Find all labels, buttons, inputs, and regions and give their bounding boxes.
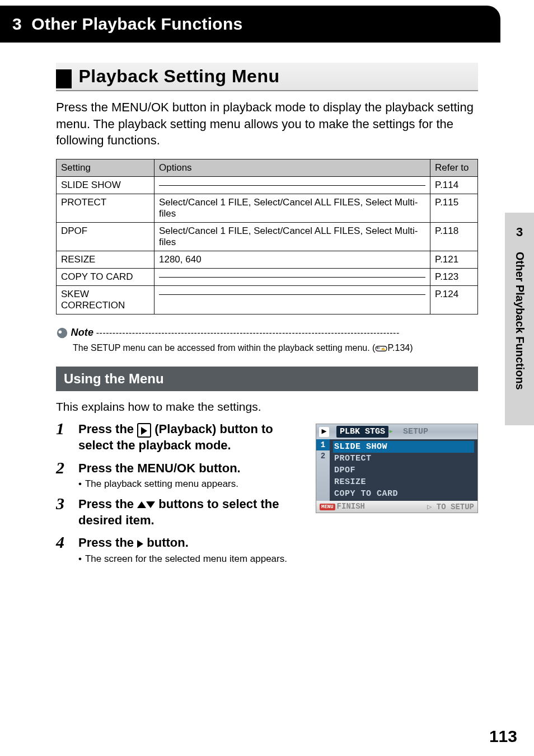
step-number: 4 bbox=[56, 533, 64, 552]
empty-line-icon bbox=[159, 294, 425, 295]
table-row: PROTECT Select/Cancel 1 FILE, Select/Can… bbox=[57, 194, 478, 223]
step-title: Press the button. bbox=[78, 535, 478, 551]
section-title: Playback Setting Menu bbox=[78, 66, 279, 87]
side-tab-text: Other Playback Functions bbox=[513, 252, 526, 390]
note-block: Note -----------------------------------… bbox=[56, 327, 478, 353]
step-title: Press the MENU/OK button. bbox=[78, 461, 478, 477]
th-setting: Setting bbox=[57, 159, 154, 177]
step-number: 1 bbox=[56, 419, 64, 438]
svg-point-0 bbox=[57, 328, 67, 338]
chapter-title: 3 Other Playback Functions bbox=[12, 15, 488, 34]
side-tab: 3 Other Playback Functions bbox=[505, 213, 534, 425]
section-intro: Press the MENU/OK button in playback mod… bbox=[56, 99, 478, 149]
subsection-title: Using the Menu bbox=[56, 367, 478, 391]
empty-line-icon bbox=[159, 277, 425, 278]
table-row: SKEW CORRECTION P.124 bbox=[57, 286, 478, 314]
step-number: 3 bbox=[56, 494, 64, 513]
svg-point-1 bbox=[59, 330, 62, 334]
svg-text:✍: ✍ bbox=[381, 346, 386, 351]
note-text: The SETUP menu can be accessed from with… bbox=[73, 343, 478, 353]
note-bullet-icon bbox=[56, 327, 68, 341]
table-row: DPOF Select/Cancel 1 FILE, Select/Cancel… bbox=[57, 223, 478, 251]
step-title: Press the (Playback) button to select th… bbox=[78, 421, 478, 453]
step-title: Press the buttons to select the desired … bbox=[78, 496, 478, 528]
subsection-intro: This explains how to make the settings. bbox=[56, 399, 478, 415]
step-sub: •The playback setting menu appears. bbox=[78, 478, 478, 490]
section-marker-icon bbox=[56, 69, 72, 88]
table-row: RESIZE 1280, 640 P.121 bbox=[57, 251, 478, 269]
side-tab-number: 3 bbox=[505, 213, 534, 240]
right-arrow-icon bbox=[137, 540, 143, 548]
step-item: 3 Press the buttons to select the desire… bbox=[56, 496, 478, 528]
table-row: COPY TO CARD P.123 bbox=[57, 269, 478, 286]
step-item: 4 Press the button. •The screen for the … bbox=[56, 535, 478, 565]
chapter-banner: 3 Other Playback Functions bbox=[0, 6, 500, 43]
playback-icon bbox=[137, 423, 151, 438]
th-options: Options bbox=[154, 159, 430, 177]
page-ref-icon: ✍ bbox=[375, 343, 387, 353]
step-item: 1 Press the (Playback) button to select … bbox=[56, 421, 478, 453]
table-row: SLIDE SHOW P.114 bbox=[57, 177, 478, 194]
section-heading-row: Playback Setting Menu bbox=[56, 63, 478, 91]
th-refer: Refer to bbox=[430, 159, 478, 177]
page-number: 113 bbox=[489, 727, 517, 746]
step-sub: •The screen for the selected menu item a… bbox=[78, 553, 478, 565]
note-dashes: ----------------------------------------… bbox=[96, 328, 400, 337]
note-label: Note bbox=[71, 327, 93, 338]
up-arrow-icon bbox=[137, 501, 146, 508]
step-item: 2 Press the MENU/OK button. •The playbac… bbox=[56, 461, 478, 490]
settings-table: Setting Options Refer to SLIDE SHOW P.11… bbox=[56, 159, 478, 314]
down-arrow-icon bbox=[146, 501, 155, 508]
step-number: 2 bbox=[56, 458, 64, 477]
empty-line-icon bbox=[159, 185, 425, 186]
